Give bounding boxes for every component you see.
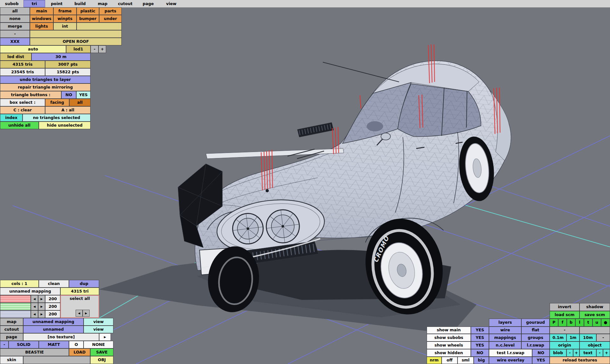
channel-red-right-arrow[interactable]: ▶ [38,295,45,303]
subob-plastic-button[interactable]: plastic [77,7,99,15]
flag-dot-button[interactable]: ● [601,319,610,327]
show-hidden-toggle[interactable]: NO [471,349,489,357]
box-select-facing[interactable]: facing [45,99,69,106]
lr-swap-button[interactable]: l.r.swap [521,341,550,349]
dup-button[interactable]: dup [69,280,99,288]
channel-red-value[interactable]: 200 [45,295,60,303]
menu-tri[interactable]: tri [24,0,45,7]
lod-minus-button[interactable]: - [91,45,98,53]
skin-button[interactable]: skin [0,356,23,364]
menu-map[interactable]: map [92,0,113,7]
lod-plus-button[interactable]: + [98,45,106,53]
wire-overlay-button[interactable]: wire overlay [489,357,532,364]
subob-main-button[interactable]: main [30,7,53,15]
material-none-button[interactable]: NONE [84,341,113,348]
channel-blue-right-arrow[interactable]: ▶ [38,310,45,318]
map-view-button[interactable]: view [84,318,113,326]
selbox-right-arrow[interactable]: ▶ [83,310,90,317]
origin-button[interactable]: origin [550,341,580,349]
layers-button[interactable]: layers [489,319,521,327]
lod-level-button[interactable]: lod1 [66,45,91,53]
gouraud-button[interactable]: gouraud [521,319,550,327]
subob-xxx-button[interactable]: XXX [0,38,30,45]
grid-1m-button[interactable]: 1m [566,334,580,341]
clear-selection-button[interactable]: C : clear [0,106,45,114]
cutout-view-button[interactable]: view [84,326,113,333]
load-button[interactable]: LOAD [69,348,90,356]
channel-green-swatch[interactable] [0,303,31,310]
flag-t-button[interactable]: t [584,319,593,327]
channel-green-right-arrow[interactable]: ▶ [38,303,45,310]
cutout-row-label[interactable]: cutout [0,326,23,333]
channel-green-left-arrow[interactable]: ◀ [31,303,38,310]
blob-plus-button[interactable]: + [573,349,580,357]
shadow-button[interactable]: shadow [580,303,610,311]
material-dash-button[interactable]: - [0,341,9,348]
selbox-left-arrow[interactable]: ◀ [76,310,83,317]
show-wheels-label[interactable]: show wheels [427,341,471,349]
menu-page[interactable]: page [137,0,159,7]
subob-lights-button[interactable]: lights [30,23,53,30]
groups-button[interactable]: groups [521,334,550,341]
index-button[interactable]: index [0,114,23,122]
subob-int-button[interactable]: int [53,23,77,30]
channel-red-left-arrow[interactable]: ◀ [31,295,38,303]
menu-subob[interactable]: subob [0,0,24,7]
flag-b-button[interactable]: b [567,319,575,327]
menu-view[interactable]: view [159,0,183,7]
cols-button[interactable]: cols : 1 [0,280,39,288]
channel-blue-value[interactable]: 200 [45,310,60,318]
text-plus-button[interactable]: + [603,349,610,357]
box-select-all[interactable]: all [69,99,91,106]
triangle-buttons-yes[interactable]: YES [76,91,91,99]
flag-l-button[interactable]: l [575,319,584,327]
nrm-big-button[interactable]: big [474,357,489,364]
channel-blue-left-arrow[interactable]: ◀ [31,310,38,318]
blob-minus-button[interactable]: - [566,349,573,357]
page-row-label[interactable]: page [0,333,23,341]
lod-auto-button[interactable]: auto [0,45,66,53]
test-lr-swap-toggle[interactable]: NO [532,349,550,357]
clean-button[interactable]: clean [39,280,69,288]
channel-green-value[interactable]: 200 [45,303,60,310]
wire-overlay-toggle[interactable]: YES [532,357,550,364]
show-wheels-toggle[interactable]: YES [471,341,489,349]
mapping-name[interactable]: unnamed mapping [0,288,60,295]
material-solid-button[interactable]: SOLID [9,341,39,348]
unhide-all-button[interactable]: unhide all [0,122,39,129]
nrm-off-button[interactable]: off [442,357,458,364]
nrm-sml-button[interactable]: sml [458,357,474,364]
shade-blank-button[interactable] [580,327,610,334]
page-next-arrow[interactable]: ▶ [99,333,111,341]
channel-red-swatch[interactable] [0,295,31,303]
subob-open-roof-button[interactable]: OPEN ROOF [30,38,122,45]
map-row-label[interactable]: map [0,318,23,326]
obj-button[interactable]: OBJ [90,356,113,364]
grid-10m-button[interactable]: 10m [580,334,596,341]
subob-none-button[interactable]: none [0,15,30,23]
flat-button[interactable]: flat [521,327,550,334]
repair-mirroring-button[interactable]: repair triangle mirroring [0,83,91,91]
map-name-button[interactable]: unnamed mapping [23,318,84,326]
text-button[interactable]: text [580,349,596,357]
show-subobs-label[interactable]: show subobs [427,334,471,341]
blob-button[interactable]: blob [550,349,566,357]
flag-p-button[interactable]: P [550,319,558,327]
subob-parts-button[interactable]: parts [99,7,122,15]
invert-button[interactable]: invert [550,303,580,311]
material-matt-button[interactable]: MATT [39,341,69,348]
test-lr-swap-button[interactable]: test l.r.swap [489,349,532,357]
undo-triangles-button[interactable]: undo triangles to layer [0,76,91,83]
show-hidden-label[interactable]: show hidden [427,349,471,357]
wire-button[interactable]: wire [489,327,521,334]
channel-blue-swatch[interactable] [0,310,31,318]
load-scm-button[interactable]: load scm [550,311,580,319]
reload-textures-button[interactable]: reload textures [550,357,610,364]
select-all-triangles-button[interactable]: A : all [45,106,91,114]
show-main-toggle[interactable]: YES [471,327,489,334]
material-o-button[interactable]: O [69,341,84,348]
subob-frame-button[interactable]: frame [53,7,77,15]
hide-unselected-button[interactable]: hide unselected [39,122,91,129]
mappings-button[interactable]: mappings [489,334,521,341]
grid-01m-button[interactable]: 0.1m [550,334,566,341]
